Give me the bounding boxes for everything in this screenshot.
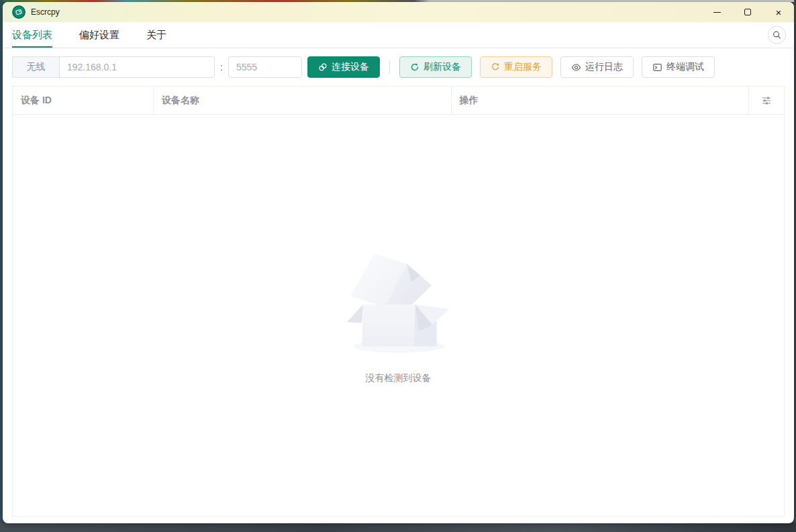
search-icon <box>773 31 781 40</box>
run-logs-button[interactable]: 运行日志 <box>560 56 634 78</box>
column-settings-button[interactable] <box>749 87 784 114</box>
toolbar-divider <box>389 60 390 74</box>
eye-icon <box>571 62 581 72</box>
ip-address-input[interactable] <box>59 56 215 78</box>
column-device-id: 设备 ID <box>13 87 154 114</box>
title-bar: Escrcpy × <box>3 2 794 22</box>
minimize-icon <box>713 12 721 13</box>
device-table: 设备 ID 设备名称 操作 <box>12 86 785 517</box>
empty-description: 没有检测到设备 <box>366 372 432 384</box>
ip-port-separator: : <box>220 62 223 72</box>
desktop-background-bottom <box>0 523 796 532</box>
terminal-debug-button[interactable]: 终端调试 <box>642 56 715 78</box>
close-button[interactable]: × <box>763 2 794 22</box>
maximize-icon <box>744 9 751 15</box>
device-table-body: 没有检测到设备 <box>13 115 784 516</box>
wireless-address-group: 无线 <box>12 56 215 78</box>
window-title: Escrcpy <box>31 7 60 17</box>
window-controls: × <box>701 2 794 22</box>
column-actions: 操作 <box>452 87 750 114</box>
close-icon: × <box>776 7 782 17</box>
minimize-button[interactable] <box>701 2 732 22</box>
restart-icon <box>491 62 500 72</box>
tab-device-list[interactable]: 设备列表 <box>12 22 52 48</box>
connect-device-button[interactable]: 连接设备 <box>307 56 380 78</box>
restart-service-button[interactable]: 重启服务 <box>480 56 552 78</box>
search-button[interactable] <box>768 26 786 44</box>
tab-preferences[interactable]: 偏好设置 <box>79 22 119 48</box>
column-device-name: 设备名称 <box>154 87 452 114</box>
connection-mode-select[interactable]: 无线 <box>12 56 59 78</box>
sliders-icon <box>761 95 772 106</box>
refresh-devices-button[interactable]: 刷新设备 <box>399 56 472 78</box>
app-window: Escrcpy × 设备列表 偏好设置 关于 无线 : <box>3 2 794 523</box>
terminal-icon <box>652 62 662 72</box>
tab-about[interactable]: 关于 <box>146 22 166 48</box>
device-table-header: 设备 ID 设备名称 操作 <box>13 87 784 115</box>
maximize-button[interactable] <box>732 2 763 22</box>
empty-box-illustration <box>342 246 456 360</box>
link-icon <box>318 62 328 72</box>
device-toolbar: 无线 : 连接设备 刷新设备 重启服务 <box>3 48 794 86</box>
port-input[interactable] <box>228 56 302 78</box>
refresh-icon <box>410 62 419 72</box>
app-logo-icon <box>12 5 26 19</box>
tab-bar: 设备列表 偏好设置 关于 <box>3 22 794 48</box>
